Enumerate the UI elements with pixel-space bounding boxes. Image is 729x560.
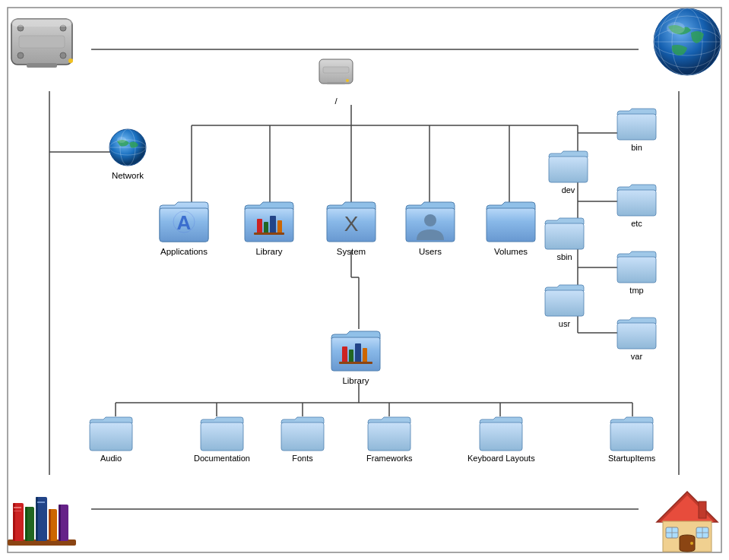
svg-rect-59 <box>36 497 38 541</box>
svg-rect-89 <box>245 208 293 242</box>
svg-rect-64 <box>59 505 61 541</box>
system-node: X System <box>325 199 377 258</box>
hd-icon <box>4 4 80 80</box>
usr-node: usr <box>544 283 585 328</box>
svg-rect-103 <box>545 223 584 249</box>
svg-point-42 <box>68 59 73 63</box>
volumes-node: Volumes <box>485 199 537 258</box>
documentation-node: Documentation <box>194 414 250 463</box>
svg-rect-110 <box>355 343 361 363</box>
audio-node: Audio <box>88 414 134 463</box>
keyboard-layouts-label: Keyboard Layouts <box>468 454 535 464</box>
fonts-label: Fonts <box>292 454 313 463</box>
house-icon <box>649 480 725 556</box>
library-root-label: Library <box>255 246 282 258</box>
svg-rect-101 <box>549 157 588 182</box>
root-label: / <box>334 96 337 107</box>
bin-label: bin <box>631 143 642 152</box>
svg-point-79 <box>346 79 349 82</box>
books-icon <box>4 480 80 556</box>
svg-point-38 <box>17 52 24 59</box>
tmp-node: tmp <box>616 249 658 295</box>
svg-point-69 <box>690 542 693 545</box>
svg-text:X: X <box>344 212 359 236</box>
volumes-label: Volumes <box>494 246 528 258</box>
svg-rect-104 <box>617 257 656 283</box>
svg-rect-111 <box>363 348 367 363</box>
svg-rect-112 <box>339 362 372 364</box>
svg-rect-102 <box>617 190 656 216</box>
svg-rect-41 <box>27 63 57 68</box>
frameworks-node: Frameworks <box>366 414 413 463</box>
fonts-node: Fonts <box>280 414 325 463</box>
svg-rect-0 <box>8 8 721 552</box>
etc-label: etc <box>631 219 642 228</box>
svg-rect-94 <box>254 233 284 235</box>
svg-rect-80 <box>327 82 345 84</box>
system-label: System <box>337 246 366 258</box>
svg-rect-91 <box>264 222 268 234</box>
svg-rect-54 <box>14 507 21 508</box>
svg-rect-115 <box>281 422 324 451</box>
etc-node: etc <box>616 182 658 228</box>
svg-rect-93 <box>277 220 282 234</box>
svg-rect-57 <box>25 507 27 541</box>
users-node: Users <box>404 199 456 258</box>
tmp-label: tmp <box>629 286 643 295</box>
svg-rect-60 <box>37 501 45 503</box>
svg-point-85 <box>117 137 126 143</box>
svg-point-39 <box>60 52 66 59</box>
frameworks-label: Frameworks <box>366 454 413 463</box>
library-root-node: Library <box>243 199 295 258</box>
svg-rect-105 <box>545 290 584 316</box>
sbin-node: sbin <box>544 216 585 261</box>
svg-rect-106 <box>617 323 656 349</box>
svg-rect-114 <box>201 422 243 451</box>
svg-rect-62 <box>49 509 51 541</box>
applications-label: Applications <box>160 246 208 258</box>
svg-rect-100 <box>617 114 656 140</box>
svg-rect-43 <box>11 19 72 27</box>
audio-label: Audio <box>100 454 122 463</box>
library-sub-node: Library <box>330 328 382 387</box>
svg-rect-90 <box>257 219 262 234</box>
bin-node: bin <box>616 106 658 152</box>
network-node: Network <box>108 128 147 182</box>
svg-rect-99 <box>487 208 535 242</box>
svg-rect-116 <box>368 422 410 451</box>
svg-rect-92 <box>270 216 276 234</box>
svg-rect-40 <box>19 36 65 48</box>
svg-rect-108 <box>342 346 347 363</box>
svg-text:A: A <box>177 211 192 234</box>
usr-label: usr <box>559 319 570 328</box>
svg-rect-109 <box>349 350 353 363</box>
svg-rect-53 <box>13 503 15 541</box>
svg-rect-118 <box>610 422 653 451</box>
dev-label: dev <box>562 185 575 195</box>
var-label: var <box>631 352 642 361</box>
svg-rect-117 <box>480 422 522 451</box>
svg-point-98 <box>424 214 436 226</box>
sbin-label: sbin <box>556 252 572 261</box>
svg-rect-78 <box>323 67 349 73</box>
library-sub-label: Library <box>342 375 369 387</box>
var-node: var <box>616 315 658 361</box>
network-label: Network <box>112 170 144 182</box>
dev-node: dev <box>547 149 589 195</box>
globe-icon <box>649 4 725 80</box>
startup-items-node: StartupItems <box>608 414 655 463</box>
svg-rect-76 <box>699 501 706 518</box>
svg-rect-55 <box>14 511 21 511</box>
applications-node: A Applications <box>158 199 210 258</box>
svg-point-50 <box>667 22 685 34</box>
documentation-label: Documentation <box>194 454 250 463</box>
root-drive-node: / <box>315 52 357 107</box>
users-label: Users <box>419 246 442 258</box>
svg-rect-113 <box>90 422 132 451</box>
startup-items-label: StartupItems <box>608 454 655 463</box>
keyboard-layouts-node: Keyboard Layouts <box>468 414 535 464</box>
